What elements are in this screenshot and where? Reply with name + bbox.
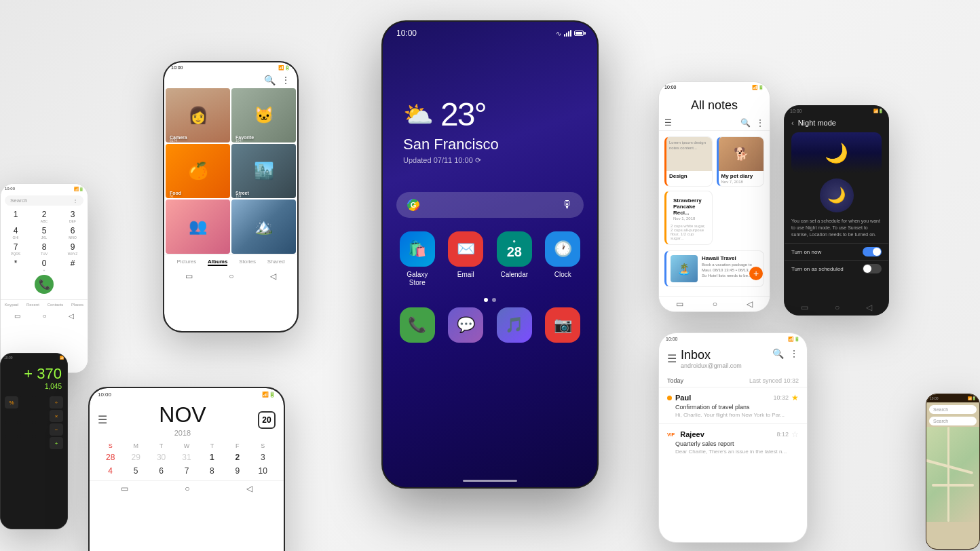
tab-keypad[interactable]: Keypad <box>5 303 18 307</box>
dialer-key-hash[interactable]: # <box>63 259 82 272</box>
notes-menu-icon[interactable]: ☰ <box>664 118 672 128</box>
dialer-key-7[interactable]: 7PQRS <box>6 242 25 256</box>
gallery-thumb-food[interactable]: 🍊 Food 82 <box>166 144 230 198</box>
calc-empty4 <box>20 410 33 422</box>
gallery-thumb-favorite[interactable]: 🐱 Favorite 1047 <box>231 88 296 142</box>
cal-day-7[interactable]: 7 <box>174 464 199 478</box>
tab-contacts[interactable]: Contacts <box>48 303 64 307</box>
notes-card-hawaii[interactable]: 🏝️ Hawaii Travel Book a vacation package… <box>664 250 764 287</box>
calc-icons: 📶 <box>60 356 64 360</box>
center-phone: 10:00 ∿ ⛅ 23° San Francisco U <box>381 20 599 489</box>
calc-minus[interactable]: − <box>50 423 63 436</box>
email-rajeev-star[interactable]: ☆ <box>791 430 799 439</box>
nav-home: ○ <box>42 312 46 320</box>
email-inbox-label: Inbox <box>681 348 742 362</box>
app-email[interactable]: ✉️ Email <box>445 231 486 287</box>
tab-stories[interactable]: Stories <box>239 259 256 266</box>
dialer-key-2[interactable]: 2ABC <box>35 210 54 223</box>
nav-back-gallery: ▭ <box>185 271 193 281</box>
notes-card-grid: Lorem ipsum design notes content... Desi… <box>659 131 770 250</box>
dialer-row-2: 4GHI 5JKL 6MNO <box>6 226 82 240</box>
dialer-key-star[interactable]: * <box>6 259 25 272</box>
cal-day-1[interactable]: 1 <box>200 451 225 464</box>
notes-card-design[interactable]: Lorem ipsum design notes content... Desi… <box>664 136 713 187</box>
gallery-thumb-mountain[interactable]: 🏔️ <box>231 200 296 254</box>
gallery-header: 🔍 ⋮ <box>164 73 297 88</box>
email-item-rajeev[interactable]: VIP Rajeev 8:12 ☆ Quarterly sales report… <box>659 423 807 460</box>
gallery-thumb-street[interactable]: 🏙️ Street 124 <box>231 144 296 198</box>
app-camera-bottom[interactable]: 📷 <box>542 307 583 343</box>
call-button[interactable]: 📞 <box>35 275 54 294</box>
email-search-icon[interactable]: 🔍 <box>772 348 784 359</box>
app-buds[interactable]: 🎵 <box>494 307 535 343</box>
nav-home-cal: ○ <box>185 484 189 493</box>
notes-card-pet[interactable]: 🐕 My pet diary Nov 7, 2018 <box>717 136 765 187</box>
google-search-bar[interactable]: G 🎙 <box>396 192 584 218</box>
night-toggle-now[interactable] <box>863 247 882 256</box>
email-vip-badge: VIP <box>667 432 675 437</box>
calc-plus[interactable]: + <box>50 437 63 449</box>
tab-recent[interactable]: Recent <box>26 303 39 307</box>
tab-pictures[interactable]: Pictures <box>176 259 196 266</box>
cal-day-5[interactable]: 5 <box>123 464 148 478</box>
calc-percent[interactable]: % <box>5 396 18 408</box>
gallery-more-icon[interactable]: ⋮ <box>281 75 290 86</box>
gallery-phone: 10:00 📶🔋 🔍 ⋮ 👩 Camera 6174 🐱 Favorite 10… <box>163 61 299 332</box>
tab-albums[interactable]: Albums <box>208 259 227 266</box>
cal-day-3[interactable]: 3 <box>250 451 276 464</box>
dialer-key-0[interactable]: 0+ <box>35 259 54 272</box>
dialer-key-9[interactable]: 9WXYZ <box>63 242 82 256</box>
notes-search-icon[interactable]: 🔍 <box>740 118 751 128</box>
cal-day-2[interactable]: 2 <box>225 451 250 464</box>
email-paul-star[interactable]: ★ <box>791 393 799 402</box>
tab-places[interactable]: Places <box>71 303 83 307</box>
dialer-key-6[interactable]: 6MNO <box>63 226 82 240</box>
cal-menu-icon[interactable]: ☰ <box>98 413 107 426</box>
notes-add-button[interactable]: + <box>749 267 763 280</box>
night-description: You can set a schedule for when you want… <box>785 218 888 243</box>
email-menu-icon[interactable]: ☰ <box>667 352 677 365</box>
app-calendar[interactable]: ● 28 Calendar <box>494 231 535 287</box>
weather-section: ⛅ 23° San Francisco Updated 07/11 10:00 … <box>383 41 597 178</box>
map-search-bar-2[interactable]: Search <box>929 417 977 425</box>
notes-card-design-img: Lorem ipsum design notes content... <box>666 137 712 171</box>
app-messages[interactable]: 💬 <box>445 307 486 343</box>
notes-card-pancake[interactable]: Strawberry Pancake Reci... Nov 1, 2018 2… <box>664 191 713 245</box>
dialer-search[interactable]: Search ⋮ <box>5 195 83 206</box>
cal-icons: 📶🔋 <box>262 392 276 398</box>
center-status-bar: 10:00 ∿ <box>383 22 597 41</box>
cal-day-10[interactable]: 10 <box>250 464 276 478</box>
app-phone[interactable]: 📞 <box>397 307 438 343</box>
page-dot-2 <box>492 298 496 302</box>
notes-more-icon[interactable]: ⋮ <box>756 118 764 128</box>
calc-multiply[interactable]: × <box>50 410 63 422</box>
cal-day-4[interactable]: 4 <box>98 464 123 478</box>
cal-badge: 20 <box>258 411 276 429</box>
calc-divide[interactable]: ÷ <box>50 396 63 408</box>
map-search-bar[interactable]: Search <box>929 405 977 414</box>
night-toggle-scheduled[interactable] <box>863 264 882 273</box>
app-clock[interactable]: 🕐 Clock <box>542 231 583 287</box>
dialer-key-3[interactable]: 3DEF <box>63 210 82 223</box>
cal-day-8[interactable]: 8 <box>200 464 225 478</box>
dialer-key-8[interactable]: 8TUV <box>35 242 54 256</box>
cal-day-9[interactable]: 9 <box>225 464 250 478</box>
notes-card-hawaii-title: Hawaii Travel <box>702 255 759 261</box>
night-back-icon[interactable]: ‹ <box>791 119 794 127</box>
dialer-key-4[interactable]: 4GHI <box>6 226 25 240</box>
gallery-thumb-friends[interactable]: 👥 <box>166 200 230 254</box>
dialer-key-5[interactable]: 5JKL <box>35 226 54 240</box>
email-more-icon[interactable]: ⋮ <box>789 348 799 359</box>
galaxy-store-label: GalaxyStore <box>407 271 428 287</box>
dialer-key-1[interactable]: 1 <box>6 210 25 223</box>
tab-shared[interactable]: Shared <box>267 259 285 266</box>
gallery-search-icon[interactable]: 🔍 <box>264 75 276 86</box>
email-item-paul[interactable]: Paul 10:32 ★ Confirmation of travel plan… <box>659 387 807 423</box>
cal-day-6[interactable]: 6 <box>149 464 174 478</box>
gallery-thumb-camera[interactable]: 👩 Camera 6174 <box>166 88 230 142</box>
dialer-more-icon: ⋮ <box>73 197 78 204</box>
app-galaxy-store[interactable]: 🛍️ GalaxyStore <box>397 231 438 287</box>
email-paul-unread-dot <box>667 396 672 400</box>
calculator-phone: 10:00 📶 + 370 1,045 % ÷ × − + <box>0 353 68 529</box>
email-rajeev-right: 8:12 ☆ <box>776 430 799 439</box>
